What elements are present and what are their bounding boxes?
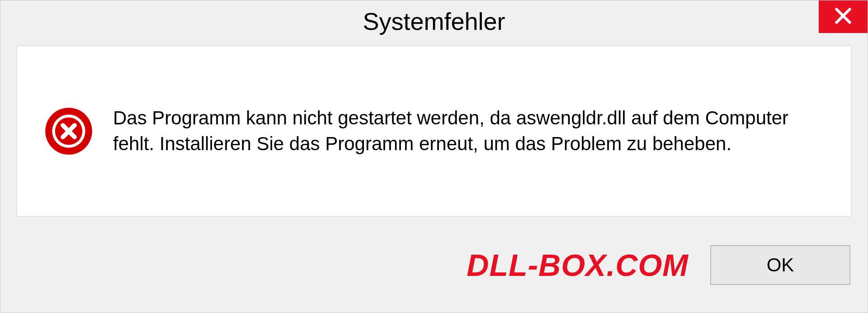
content-panel: Das Programm kann nicht gestartet werden… bbox=[17, 46, 851, 217]
error-message: Das Programm kann nicht gestartet werden… bbox=[113, 105, 824, 156]
ok-button-label: OK bbox=[767, 254, 794, 276]
watermark-text: DLL-BOX.COM bbox=[467, 247, 689, 283]
ok-button[interactable]: OK bbox=[710, 245, 850, 285]
close-button[interactable] bbox=[819, 0, 868, 33]
error-dialog: Systemfehler Das Programm kann nicht ges… bbox=[0, 0, 868, 313]
dialog-footer: DLL-BOX.COM OK bbox=[0, 227, 868, 313]
error-icon bbox=[44, 107, 93, 156]
close-icon bbox=[833, 6, 853, 28]
dialog-title: Systemfehler bbox=[363, 7, 505, 35]
titlebar: Systemfehler bbox=[0, 0, 868, 42]
